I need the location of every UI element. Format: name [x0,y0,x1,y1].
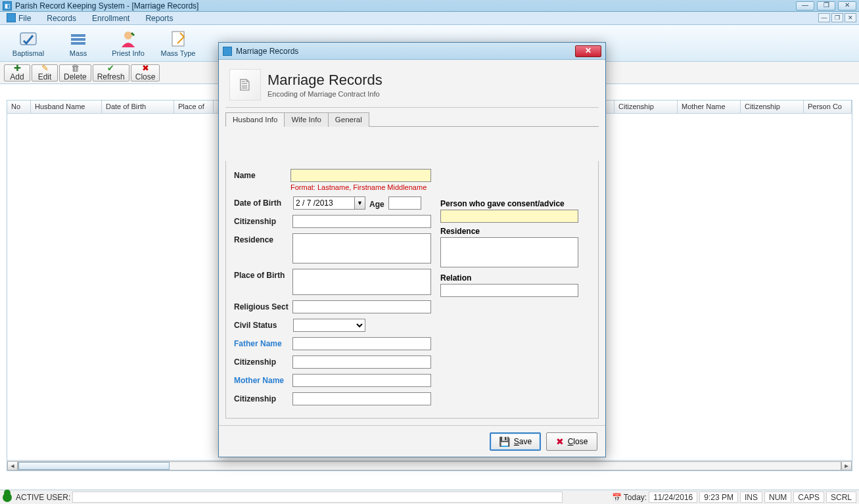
tab-wife-info[interactable]: Wife Info [284,112,328,127]
civil-status-label: Civil Status [234,319,293,330]
col-husband-name[interactable]: Husband Name [31,101,102,113]
trash-icon: 🗑 [71,64,80,72]
tab-husband-info[interactable]: Husband Info [225,112,285,127]
consent-label: Person who gave consent/advice [440,199,581,208]
dialog-tabs: Husband Info Wife Info General [225,112,599,127]
add-button[interactable]: ✚Add [4,64,30,81]
delete-button[interactable]: 🗑Delete [59,64,91,81]
dialog-heading: Marriage Records [267,72,383,89]
calendar-icon: 📅 [612,493,622,502]
toolbar-mass[interactable]: Mass [54,26,103,60]
name-input[interactable] [290,169,431,182]
place-of-birth-input[interactable] [292,269,431,295]
chevron-down-icon[interactable]: ▼ [354,197,365,209]
scroll-thumb[interactable] [18,462,170,470]
plus-icon: ✚ [14,64,21,72]
close-button[interactable]: ✕ [838,1,856,11]
dialog-close-button[interactable]: ✖ Close [546,432,597,451]
col-person-co[interactable]: Person Co [804,101,852,113]
today-date: 11/24/2016 [649,492,697,503]
save-button[interactable]: 💾 Save [490,432,541,451]
svg-rect-2 [71,38,85,41]
menu-records[interactable]: Records [43,12,80,24]
consent-input[interactable] [440,210,578,223]
status-scrl: SCRL [826,492,856,503]
dialog-window-title: Marriage Records [236,47,298,56]
marriage-records-dialog: Marriage Records ✕ 🗎 Marriage Records En… [218,42,606,457]
svg-point-4 [124,32,132,39]
maximize-button[interactable]: ❐ [817,1,835,11]
dob-label: Date of Birth [234,196,293,208]
svg-rect-1 [71,34,85,37]
app-icon: ◧ [3,1,12,11]
civil-status-select[interactable] [293,319,365,332]
relation-input[interactable] [440,284,578,297]
col-dob[interactable]: Date of Birth [102,101,174,113]
father-name-label[interactable]: Father Name [234,337,292,348]
close-grid-button[interactable]: ✖Close [131,64,160,81]
dialog-subheading: Encoding of Marriage Contract Info [267,90,383,98]
tab-general[interactable]: General [328,112,369,127]
save-icon: 💾 [499,436,510,447]
scroll-left-arrow[interactable]: ◄ [7,461,18,470]
col-place-of[interactable]: Place of [174,101,214,113]
name-hint: Format: Lastname, Firstname Middlename [290,183,431,191]
dialog-titlebar[interactable]: Marriage Records ✕ [219,43,605,60]
dialog-close-x[interactable]: ✕ [575,45,601,57]
age-input[interactable] [388,196,421,210]
mdi-minimize[interactable]: — [818,13,830,22]
user-icon [3,493,12,502]
scroll-track[interactable] [18,461,841,470]
col-mother-name[interactable]: Mother Name [678,101,741,113]
residence-input[interactable] [292,233,431,263]
priest-icon [118,30,139,48]
svg-rect-0 [20,33,36,45]
citizenship-label: Citizenship [234,215,292,226]
statusbar: ACTIVE USER: 📅 Today: 11/24/2016 9:23 PM… [0,490,859,504]
mother-name-label[interactable]: Mother Name [234,374,292,385]
dialog-footer: 💾 Save ✖ Close [219,425,605,457]
father-name-input[interactable] [292,337,431,350]
refresh-button[interactable]: ✔Refresh [93,64,129,81]
close-icon: ✖ [556,436,564,447]
toolbar-mass-type[interactable]: Mass Type [154,26,202,60]
minimize-button[interactable]: — [796,1,814,11]
religious-sect-input[interactable] [292,300,431,313]
menu-reports[interactable]: Reports [141,12,177,24]
status-caps: CAPS [793,492,824,503]
scroll-right-arrow[interactable]: ► [841,461,852,470]
baptismal-icon [18,30,39,48]
mdi-close[interactable]: ✕ [845,13,856,22]
mdi-restore[interactable]: ❐ [831,13,843,22]
citizenship-input[interactable] [292,215,431,228]
mass-icon [68,30,89,48]
col-citizenship-2[interactable]: Citizenship [741,101,804,113]
grid-hscrollbar[interactable]: ◄ ► [7,460,852,470]
divider [225,107,599,108]
app-title: Parish Record Keeping System - [Marriage… [15,1,198,11]
svg-rect-3 [71,42,85,45]
toolbar-priest-info[interactable]: Priest Info [104,26,152,60]
menu-enrollment[interactable]: Enrollment [88,12,133,24]
col-no[interactable]: No [7,101,31,113]
today-label: Today: [624,493,647,502]
name-label: Name [234,169,290,180]
col-citizenship-1[interactable]: Citizenship [615,101,678,113]
menu-file[interactable]: File [3,12,35,24]
consent-residence-label: Residence [440,227,581,236]
active-user-label: ACTIVE USER: [16,493,70,502]
consent-residence-input[interactable] [440,237,578,267]
mother-name-input[interactable] [292,374,431,387]
mass-type-icon [168,30,189,48]
document-icon: 🗎 [229,69,261,101]
mother-citizenship-input[interactable] [292,392,431,405]
dialog-icon [223,47,232,56]
pob-label: Place of Birth [234,269,292,280]
menubar: File Records Enrollment Reports — ❐ ✕ [0,12,859,25]
edit-button[interactable]: ✎Edit [32,64,58,81]
father-citizenship-label: Citizenship [234,355,292,367]
toolbar-baptismal[interactable]: Baptismal [4,26,53,60]
x-icon: ✖ [142,64,149,72]
father-citizenship-input[interactable] [292,355,431,369]
active-user-value [72,492,563,503]
